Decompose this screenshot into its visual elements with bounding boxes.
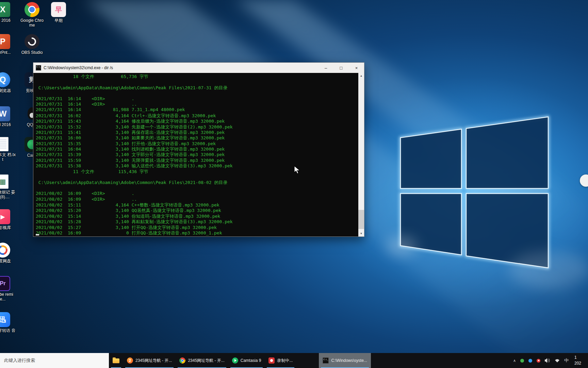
taskbar-2345-nav-2[interactable]: 2345网址导航 - 开... (176, 353, 228, 368)
desktop-icon-powerpoint[interactable]: P werPnt... (0, 34, 16, 55)
terminal-caret (36, 234, 39, 235)
word-icon: W (0, 106, 10, 121)
task-label: Camtasia 9 (241, 358, 261, 363)
cmd-window-title: C:\Windows\system32\cmd.exe - dir /s (44, 65, 318, 70)
antivirus-tray-icon[interactable] (520, 359, 524, 363)
terminal-line (36, 79, 358, 85)
camtasia-icon (232, 357, 238, 364)
terminal-line: 2021/08/02 16:09 <DIR> . (36, 191, 358, 196)
powerpoint-icon: P (0, 34, 10, 49)
cmd-icon: C:\_ (323, 357, 329, 364)
terminal-line: 2021/08/02 16:09 <DIR> .. (36, 197, 358, 202)
taskbar-search-input[interactable]: 此键入进行搜索 (0, 353, 109, 368)
terminal-line: 2021/07/31 15:39 3,140 文字部分可-迅捷文字转语音.mp3… (36, 152, 358, 157)
taskbar-cmd[interactable]: C:\_ C:\Windows\syste... (319, 353, 371, 368)
scrollbar-thumb[interactable] (358, 210, 364, 229)
icon-label: 讯影视库 (0, 225, 11, 230)
chevron-up-icon[interactable]: ∧ (513, 358, 516, 363)
cmd-titlebar[interactable]: C:\_ C:\Windows\system32\cmd.exe - dir /… (33, 63, 364, 73)
terminal-line (36, 185, 358, 191)
taskbar-file-explorer[interactable] (109, 353, 123, 368)
obs-icon (24, 34, 39, 49)
cmd-window: C:\_ C:\Windows\system32\cmd.exe - dir /… (33, 62, 364, 237)
desktop-icon-qq-group-sheet[interactable]: ▦ Q群数据记 晏浩(8).... (0, 174, 16, 200)
cmd-window-icon: C:\_ (36, 65, 41, 71)
2345-icon: 2 (127, 357, 133, 364)
terminal-line: 2021/08/02 15:14 3,140 你知道吗-迅捷文字转语音.mp3 … (36, 213, 358, 219)
clock-date: 202 (574, 361, 588, 366)
terminal-scrollbar[interactable]: ▲ ▼ (358, 73, 364, 236)
taskbar-clock[interactable]: 1 202 (573, 355, 588, 367)
icon-label: 早期 (54, 18, 63, 23)
desktop-icon-video-library[interactable]: ▶ 讯影视库 (0, 209, 16, 230)
system-tray: ∧ 中 1 202 (510, 353, 588, 368)
taskbar-camtasia[interactable]: Camtasia 9 (228, 353, 265, 368)
icon-glyph: W (0, 109, 6, 119)
chrome-icon (179, 357, 185, 364)
terminal-line: 2021/07/31 16:00 3,140 如果要关闭-迅捷文字转语音.mp3… (36, 135, 358, 140)
terminal-line: 11 个文件 115,436 字节 (36, 169, 358, 174)
text-file-icon (0, 137, 9, 151)
taskbar-recording[interactable]: 录制中... (265, 353, 296, 368)
premiere-icon: Pr (0, 276, 10, 291)
chat-tray-icon[interactable] (537, 359, 540, 363)
taskbar: 此键入进行搜索 2 2345网址导航 - 开... 2345网址导航 - 开..… (0, 353, 588, 368)
icon-glyph: ▶ (0, 213, 5, 220)
maximize-button[interactable]: □ (333, 63, 349, 73)
icon-label: Adobe remie... (0, 292, 16, 302)
video-play-icon: ▶ (0, 209, 10, 224)
network-icon[interactable] (555, 358, 560, 363)
terminal-line: 2021/07/31 16:14 81,988 7.31_1.mp4 48000… (36, 107, 358, 112)
excel-icon: X (0, 2, 10, 17)
desktop-icon-baidu-netdisk[interactable]: 百度网盘 (0, 243, 16, 263)
terminal-line: 2021/08/02 15:27 3,140 打开QQ-迅捷文字转语音.mp3 … (36, 225, 358, 230)
volume-icon[interactable] (545, 358, 550, 363)
terminal-line (36, 90, 358, 96)
desktop-icon-excel-2016[interactable]: X cel 2016 (0, 2, 16, 23)
desktop-icon-adobe-premiere[interactable]: Pr Adobe remie... (0, 276, 16, 302)
terminal-line: 2021/08/02 15:28 3,140 再粘贴复制-迅捷文字转语音(3).… (36, 219, 358, 224)
terminal-line: C:\Users\admin\AppData\Roaming\Adobe\Com… (36, 180, 358, 185)
task-label: C:\Windows\syste... (331, 358, 367, 363)
minimize-button[interactable]: – (318, 63, 333, 73)
icon-glyph: X (0, 5, 5, 14)
desktop-icon-zaoqi[interactable]: 早 早期 (46, 2, 71, 23)
scroll-up-icon[interactable]: ▲ (358, 73, 364, 79)
task-label: 录制中... (277, 358, 293, 364)
icon-glyph: P (0, 37, 5, 46)
desktop-icon-qq-browser[interactable]: Q Q 浏览器 (0, 72, 16, 93)
icon-label: ord 2016 (0, 122, 11, 127)
recorder-icon (268, 357, 275, 364)
desktop-icon-word-2016[interactable]: W ord 2016 (0, 106, 16, 127)
desktop-icon-obs-studio[interactable]: OBS Studio (19, 34, 45, 55)
desktop-icon-google-chrome[interactable]: Google Chrome (19, 2, 45, 28)
spreadsheet-icon: ▦ (0, 174, 9, 189)
icon-label: werPnt... (0, 50, 11, 55)
terminal-line: 18 个文件 65,736 字节 (36, 74, 358, 79)
icon-label: 捷文字转语 音 (0, 328, 16, 333)
terminal-line: 2021/07/31 16:04 3,140 找到进程删-迅捷文字转语音.mp3… (36, 146, 358, 152)
terminal-area[interactable]: 18 个文件 65,736 字节 C:\Users\admin\AppData\… (33, 73, 364, 236)
mouse-cursor (294, 166, 301, 174)
scroll-down-icon[interactable]: ▼ (358, 231, 364, 236)
icon-label: cel 2016 (0, 18, 11, 23)
terminal-line: 2021/07/31 15:38 3,140 输入这些代-迅捷文字转语音(3).… (36, 163, 358, 168)
terminal-line: 2021/07/31 15:43 4,164 修改后缀为-迅捷文字转语音.mp3… (36, 118, 358, 124)
icon-glyph: 迅 (0, 315, 6, 324)
input-method-indicator[interactable]: 中 (564, 357, 569, 364)
icon-glyph: ▦ (0, 178, 6, 186)
icon-label: Q群数据记 晏浩(8).... (0, 190, 16, 200)
zaoqi-icon: 早 (51, 2, 66, 17)
qq-browser-icon: Q (0, 72, 10, 87)
task-label: 2345网址导航 - 开... (188, 358, 224, 364)
close-button[interactable]: × (349, 63, 364, 73)
terminal-line (36, 174, 358, 180)
app-tray-icon[interactable] (528, 359, 532, 363)
desktop-icon-text-document[interactable]: 建文本文 档.txt (0, 137, 16, 162)
taskbar-2345-nav-1[interactable]: 2 2345网址导航 - 开... (123, 353, 176, 368)
desktop-icon-xunjie-tts[interactable]: 迅 捷文字转语 音 (0, 312, 16, 333)
terminal-line: 2021/08/02 15:11 4,164 C++整数-迅捷文字转语音.mp3… (36, 202, 358, 208)
terminal-output: 18 个文件 65,736 字节 C:\Users\admin\AppData\… (33, 73, 358, 236)
terminal-line: 2021/08/02 15:20 3,140 QQ居然真-迅捷文字转语音.mp3… (36, 208, 358, 213)
xunjie-tts-icon: 迅 (0, 312, 10, 327)
